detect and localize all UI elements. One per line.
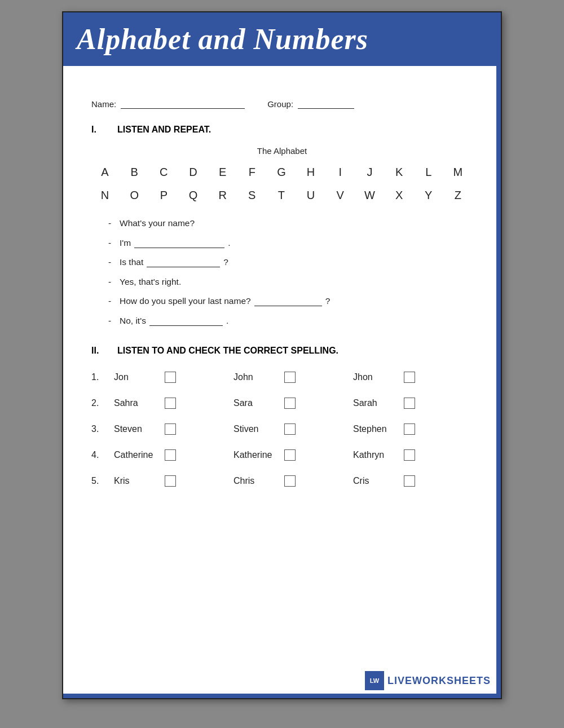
dialog-text-3: Is that [120, 253, 143, 272]
spelling-row-4: 4. Catherine Katherine Kathryn [91, 449, 473, 461]
letter-N: N [97, 189, 114, 202]
letter-Z: Z [450, 189, 467, 202]
checkbox-4-1[interactable] [165, 449, 176, 461]
checkbox-1-3[interactable] [404, 372, 415, 383]
option-label-5-3: Cris [353, 476, 398, 486]
letter-F: F [244, 166, 261, 179]
checkbox-5-3[interactable] [404, 475, 415, 487]
alphabet-subtitle: The Alphabet [91, 146, 473, 156]
option-5-3: Cris [353, 475, 473, 487]
letter-U: U [303, 189, 320, 202]
checkbox-5-2[interactable] [284, 475, 296, 487]
group-field: Group: [267, 99, 354, 109]
section2-title: LISTEN TO AND CHECK THE CORRECT SPELLING… [117, 346, 338, 356]
option-label-1-2: John [233, 372, 279, 382]
spell-blank-input[interactable] [254, 296, 322, 306]
option-label-2-1: Sahra [114, 398, 159, 408]
option-label-3-1: Steven [114, 424, 159, 434]
group-input[interactable] [298, 99, 354, 109]
right-border [496, 12, 501, 698]
footer-logo: LW LIVEWORKSHEETS [365, 671, 491, 690]
no-its-blank-input[interactable] [149, 316, 223, 326]
spelling-row-1: 1. Jon John Jhon [91, 372, 473, 383]
dialog-question-3: ? [223, 253, 228, 272]
dialog-line-3: - Is that ? [108, 253, 473, 272]
letter-C: C [156, 166, 173, 179]
logo-icon: LW [365, 671, 384, 690]
name-label: Name: [91, 99, 116, 109]
header-banner: Alphabet and Numbers [63, 12, 501, 66]
letter-A: A [97, 166, 114, 179]
name-input[interactable] [121, 99, 245, 109]
spelling-row-5: 5. Kris Chris Cris [91, 475, 473, 487]
dialog-text-5: How do you spell your last name? [120, 292, 251, 311]
letter-H: H [303, 166, 320, 179]
option-1-3: Jhon [353, 372, 473, 383]
spelling-options-2: Sahra Sara Sarah [114, 398, 473, 409]
option-3-3: Stephen [353, 423, 473, 435]
checkbox-2-2[interactable] [284, 398, 296, 409]
option-3-2: Stiven [233, 423, 353, 435]
checkbox-2-3[interactable] [404, 398, 415, 409]
im-blank-input[interactable] [134, 238, 224, 248]
letter-S: S [244, 189, 261, 202]
row-num-5: 5. [91, 476, 114, 486]
option-4-3: Kathryn [353, 449, 473, 461]
dash-5: - [108, 292, 116, 311]
spelling-options-4: Catherine Katherine Kathryn [114, 449, 473, 461]
dialog-period-2: . [228, 234, 230, 253]
section2-number: II. [91, 346, 108, 356]
dialog-line-6: - No, it's . [108, 312, 473, 330]
logo-text: LIVEWORKSHEETS [387, 675, 491, 687]
spelling-section: 1. Jon John Jhon [91, 372, 473, 487]
option-1-2: John [233, 372, 353, 383]
option-3-1: Steven [114, 423, 233, 435]
letter-P: P [156, 189, 173, 202]
checkbox-3-2[interactable] [284, 423, 296, 435]
spelling-options-1: Jon John Jhon [114, 372, 473, 383]
option-label-1-1: Jon [114, 372, 159, 382]
spelling-row-3: 3. Steven Stiven Stephen [91, 423, 473, 435]
dialog-text-4: Yes, that's right. [120, 273, 181, 292]
checkbox-2-1[interactable] [165, 398, 176, 409]
section1-title-row: I. LISTEN AND REPEAT. [91, 125, 473, 135]
letter-Y: Y [421, 189, 438, 202]
letter-O: O [126, 189, 143, 202]
checkbox-4-2[interactable] [284, 449, 296, 461]
checkbox-3-3[interactable] [404, 423, 415, 435]
option-2-3: Sarah [353, 398, 473, 409]
option-label-2-3: Sarah [353, 398, 398, 408]
option-2-1: Sahra [114, 398, 233, 409]
checkbox-4-3[interactable] [404, 449, 415, 461]
checkbox-1-1[interactable] [165, 372, 176, 383]
dialog-text-6: No, it's [120, 312, 146, 330]
letter-V: V [332, 189, 349, 202]
letter-R: R [215, 189, 232, 202]
option-4-1: Catherine [114, 449, 233, 461]
section1-number: I. [91, 125, 108, 135]
letter-B: B [126, 166, 143, 179]
option-label-2-2: Sara [233, 398, 279, 408]
spelling-options-3: Steven Stiven Stephen [114, 423, 473, 435]
option-4-2: Katherine [233, 449, 353, 461]
dialog-question-5: ? [325, 292, 331, 311]
option-1-1: Jon [114, 372, 233, 383]
letter-D: D [185, 166, 202, 179]
is-that-blank-input[interactable] [147, 257, 220, 267]
section1-title: LISTEN AND REPEAT. [117, 125, 211, 135]
dialog-line-5: - How do you spell your last name? ? [108, 292, 473, 311]
dash-1: - [108, 214, 116, 233]
dialog-period-6: . [226, 312, 228, 330]
option-label-3-2: Stiven [233, 424, 279, 434]
name-field: Name: [91, 99, 245, 109]
checkbox-5-1[interactable] [165, 475, 176, 487]
dialog-line-4: - Yes, that's right. [108, 273, 473, 292]
worksheet-page: Alphabet and Numbers Name: Group: I. LIS… [62, 11, 502, 699]
letter-J: J [362, 166, 378, 179]
letter-I: I [332, 166, 349, 179]
logo-icon-text: LW [370, 677, 380, 684]
option-label-4-1: Catherine [114, 450, 159, 460]
option-label-3-3: Stephen [353, 424, 398, 434]
checkbox-1-2[interactable] [284, 372, 296, 383]
checkbox-3-1[interactable] [165, 423, 176, 435]
